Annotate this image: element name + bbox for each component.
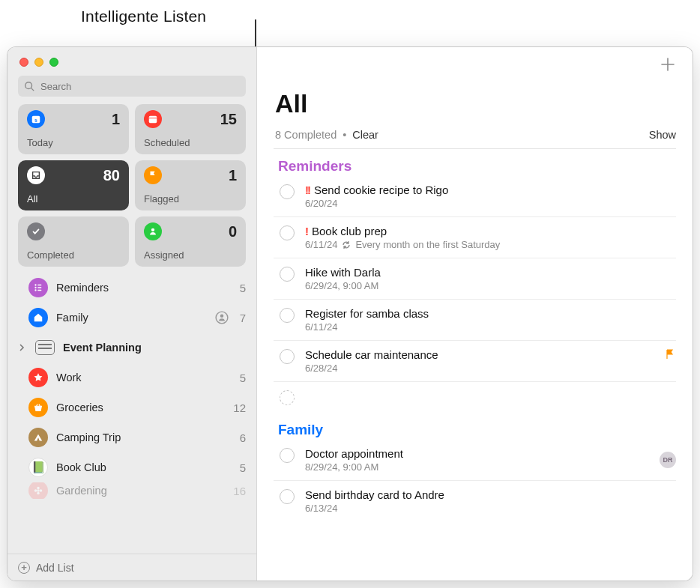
calendar-day-icon: 5 xyxy=(27,110,45,128)
checkmark-icon xyxy=(27,222,45,240)
app-window: 5 1 Today 15 Scheduled xyxy=(7,47,693,581)
new-reminder-placeholder[interactable] xyxy=(274,382,676,413)
chevron-right-icon xyxy=(18,344,25,351)
svg-point-19 xyxy=(34,489,37,492)
book-icon: 📗 xyxy=(28,458,48,477)
reminder-item[interactable]: Doctor appointment 8/29/24, 9:00 AM DR xyxy=(274,440,676,481)
complete-toggle[interactable] xyxy=(280,448,295,463)
reminder-title: Send cookie recipe to Rigo xyxy=(314,184,448,196)
svg-point-15 xyxy=(220,315,223,318)
main-panel: All 8 Completed Clear Show Reminders !! … xyxy=(257,47,693,581)
svg-rect-5 xyxy=(149,116,157,124)
list-name: Groceries xyxy=(56,401,225,413)
reminder-item[interactable]: !! Send cookie recipe to Rigo 6/20/24 xyxy=(274,176,676,217)
maximize-button[interactable] xyxy=(49,58,58,67)
list-family[interactable]: Family 7 xyxy=(7,303,256,333)
flag-icon xyxy=(664,348,676,360)
add-list-button[interactable]: + Add List xyxy=(7,554,256,581)
svg-line-1 xyxy=(31,88,34,91)
reminder-meta: 6/20/24 xyxy=(305,198,676,209)
complete-toggle[interactable] xyxy=(280,489,295,504)
completed-bar: 8 Completed Clear Show xyxy=(274,121,676,149)
window-controls xyxy=(7,47,256,76)
complete-toggle[interactable] xyxy=(280,225,295,240)
list-book-club[interactable]: 📗 Book Club 5 xyxy=(7,452,256,482)
smart-label: Flagged xyxy=(144,193,237,204)
reminder-item[interactable]: Register for samba class 6/11/24 xyxy=(274,300,676,341)
reminder-item[interactable]: Send birthday card to Andre 6/13/24 xyxy=(274,481,676,521)
calendar-icon xyxy=(144,110,162,128)
reminder-meta: 6/13/24 xyxy=(305,503,676,514)
shared-icon xyxy=(215,311,229,324)
smart-count: 1 xyxy=(229,167,237,184)
reminder-title: Schedule car maintenance xyxy=(305,348,438,361)
svg-point-16 xyxy=(37,489,40,492)
list-groceries[interactable]: Groceries 12 xyxy=(7,392,256,422)
complete-toggle[interactable] xyxy=(280,184,295,199)
list-gardening[interactable]: Gardening 16 xyxy=(7,482,256,499)
smart-list-all[interactable]: 80 All xyxy=(18,160,129,210)
smart-count: 1 xyxy=(112,111,120,128)
svg-rect-13 xyxy=(37,290,41,291)
reminder-repeat: Every month on the first Saturday xyxy=(355,239,500,250)
smart-list-today[interactable]: 5 1 Today xyxy=(18,104,129,154)
person-icon xyxy=(144,222,162,240)
smart-label: Scheduled xyxy=(144,137,237,148)
svg-point-8 xyxy=(34,284,36,285)
reminder-date: 6/11/24 xyxy=(305,239,337,250)
list-group-event-planning[interactable]: Event Planning xyxy=(7,333,256,363)
list-count: 12 xyxy=(233,401,246,414)
complete-toggle[interactable] xyxy=(280,349,295,364)
list-name: Reminders xyxy=(56,282,232,294)
smart-count: 15 xyxy=(220,111,237,128)
search-input[interactable] xyxy=(18,76,246,97)
reminder-item[interactable]: Schedule car maintenance 6/28/24 xyxy=(274,341,676,382)
section-header-reminders: Reminders xyxy=(274,149,676,176)
reminder-item[interactable]: ! Book club prep 6/11/24 Every month on … xyxy=(274,217,676,258)
add-list-label: Add List xyxy=(36,562,74,574)
basket-icon xyxy=(28,398,48,417)
smart-label: Today xyxy=(27,137,120,148)
assignee-avatar: DR xyxy=(660,452,676,468)
new-item-toggle[interactable] xyxy=(280,390,295,405)
reminder-meta: 6/11/24 xyxy=(305,321,676,333)
svg-point-10 xyxy=(34,287,36,288)
clear-button[interactable]: Clear xyxy=(352,129,378,141)
show-button[interactable]: Show xyxy=(649,129,676,141)
complete-toggle[interactable] xyxy=(280,267,295,282)
reminder-title: Send birthday card to Andre xyxy=(305,488,444,501)
svg-point-7 xyxy=(151,228,154,231)
svg-point-17 xyxy=(37,487,40,490)
page-title: All xyxy=(274,76,676,121)
new-reminder-button[interactable] xyxy=(660,56,676,73)
priority-indicator: ! xyxy=(305,225,307,237)
list-work[interactable]: Work 5 xyxy=(7,363,256,392)
smart-lists-grid: 5 1 Today 15 Scheduled xyxy=(7,104,256,267)
smart-count: 0 xyxy=(229,223,237,240)
tray-icon xyxy=(27,166,45,184)
minimize-button[interactable] xyxy=(34,58,43,67)
svg-point-0 xyxy=(25,82,32,89)
sidebar: 5 1 Today 15 Scheduled xyxy=(7,47,257,581)
close-button[interactable] xyxy=(19,58,28,67)
smart-list-scheduled[interactable]: 15 Scheduled xyxy=(135,104,246,154)
plus-circle-icon: + xyxy=(18,562,30,574)
separator-dot xyxy=(341,129,348,141)
smart-list-assigned[interactable]: 0 Assigned xyxy=(135,216,246,267)
svg-point-18 xyxy=(37,492,40,495)
priority-indicator: !! xyxy=(305,184,310,196)
complete-toggle[interactable] xyxy=(280,308,295,323)
svg-point-12 xyxy=(34,289,36,291)
group-name: Event Planning xyxy=(63,342,246,354)
svg-rect-11 xyxy=(37,287,41,288)
reminder-item[interactable]: Hike with Darla 6/29/24, 9:00 AM xyxy=(274,258,676,300)
smart-label: Assigned xyxy=(144,249,237,261)
list-camping-trip[interactable]: Camping Trip 6 xyxy=(7,422,256,452)
reminder-title: Doctor appointment xyxy=(305,447,403,460)
list-count: 6 xyxy=(240,431,246,444)
smart-list-flagged[interactable]: 1 Flagged xyxy=(135,160,246,210)
list-reminders[interactable]: Reminders 5 xyxy=(7,273,256,303)
smart-list-completed[interactable]: Completed xyxy=(18,216,129,267)
stack-icon xyxy=(35,340,55,355)
svg-point-20 xyxy=(40,489,43,492)
